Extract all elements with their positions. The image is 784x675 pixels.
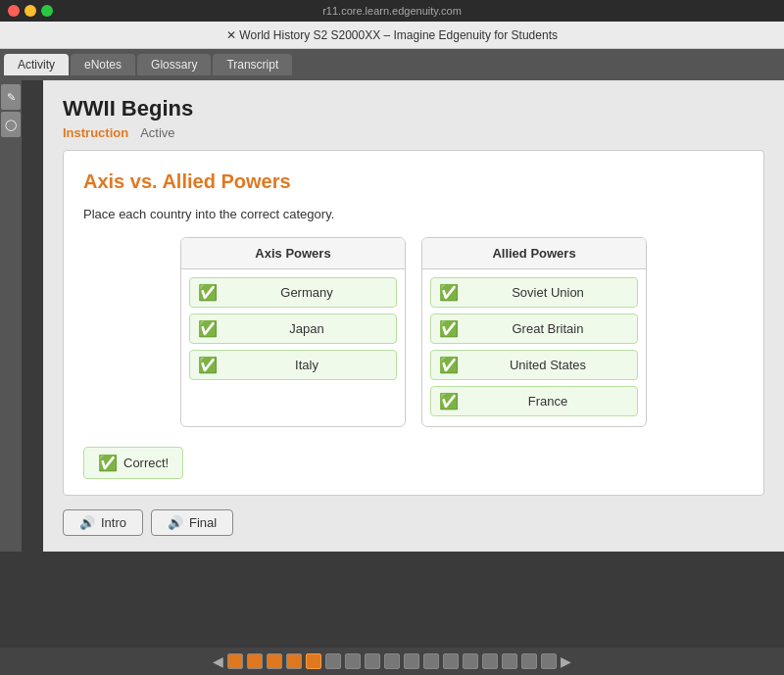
list-item[interactable]: ✅ United States [430,350,638,380]
progress-bar: ◀ ▶ [0,648,784,675]
categories-row: Axis Powers ✅ Germany ✅ Japan [83,237,744,427]
progress-dot[interactable] [423,653,439,669]
item-label: United States [466,358,629,372]
item-label: Germany [225,285,388,300]
final-label: Final [189,515,217,530]
allied-powers-header: Allied Powers [422,238,646,269]
final-button[interactable]: 🔊 Final [151,509,233,536]
minimize-button[interactable] [24,5,36,17]
check-icon: ✅ [439,319,459,338]
axis-powers-header: Axis Powers [181,238,405,269]
progress-dot[interactable] [325,653,341,669]
check-icon: ✅ [439,283,459,302]
check-icon: ✅ [198,283,218,302]
activity-heading: Axis vs. Allied Powers [83,170,744,193]
url-bar[interactable]: r11.core.learn.edgenuity.com [322,5,462,17]
progress-dot[interactable] [345,653,361,669]
list-item[interactable]: ✅ Germany [189,277,397,308]
item-label: Japan [225,321,388,336]
progress-dot[interactable] [247,653,263,669]
progress-dot[interactable] [227,653,243,669]
correct-badge: ✅ Correct! [83,447,183,479]
progress-dot[interactable] [306,653,321,669]
intro-button[interactable]: 🔊 Intro [63,509,143,536]
list-item[interactable]: ✅ Japan [189,313,397,344]
window-title: ✕ World History S2 S2000XX – Imagine Edg… [226,28,558,42]
progress-dot[interactable] [286,653,302,669]
prev-arrow[interactable]: ◀ [213,653,223,669]
maximize-button[interactable] [41,5,53,17]
progress-dot[interactable] [482,653,498,669]
active-label: Active [140,125,174,140]
window-titlebar: ✕ World History S2 S2000XX – Imagine Edg… [0,22,784,49]
lesson-title: WWII Begins [63,96,764,121]
window-controls [8,5,53,17]
item-label: France [466,394,629,409]
progress-dot[interactable] [384,653,400,669]
progress-dot[interactable] [365,653,380,669]
check-icon: ✅ [198,319,218,338]
activity-panel: Axis vs. Allied Powers Place each countr… [63,150,764,496]
progress-dot[interactable] [404,653,419,669]
tab-bar: Activity eNotes Glossary Transcript [0,49,784,80]
axis-powers-items: ✅ Germany ✅ Japan ✅ Italy [181,269,405,426]
check-icon: ✅ [439,356,459,374]
correct-check-icon: ✅ [98,454,118,472]
progress-dot[interactable] [521,653,537,669]
list-item[interactable]: ✅ Great Britain [430,313,638,344]
speaker-icon: 🔊 [168,515,183,530]
main-content: WWII Begins Instruction Active Axis vs. … [43,80,784,552]
tab-activity[interactable]: Activity [4,54,69,75]
list-item[interactable]: ✅ France [430,386,638,416]
check-icon: ✅ [439,392,459,410]
progress-dot[interactable] [463,653,478,669]
progress-dot[interactable] [502,653,517,669]
close-button[interactable] [8,5,20,17]
instruction-label: Instruction [63,125,128,140]
tab-transcript[interactable]: Transcript [213,54,292,75]
item-label: Great Britain [466,321,629,336]
check-icon: ✅ [198,356,218,374]
progress-dot[interactable] [541,653,557,669]
next-arrow[interactable]: ▶ [561,653,571,669]
bottom-buttons: 🔊 Intro 🔊 Final [63,509,764,536]
tab-enotes[interactable]: eNotes [71,54,135,75]
item-label: Soviet Union [466,285,629,300]
circle-icon[interactable]: ◯ [1,112,21,137]
lesson-meta: Instruction Active [63,125,764,140]
axis-powers-box: Axis Powers ✅ Germany ✅ Japan [180,237,406,427]
intro-label: Intro [101,515,126,530]
allied-powers-items: ✅ Soviet Union ✅ Great Britain ✅ United … [422,269,646,426]
progress-dot[interactable] [267,653,282,669]
left-sidebar: ✎ ◯ [0,80,22,552]
tab-glossary[interactable]: Glossary [137,54,211,75]
allied-powers-box: Allied Powers ✅ Soviet Union ✅ Great Bri… [421,237,647,427]
speaker-icon: 🔊 [79,515,95,530]
progress-dot[interactable] [443,653,459,669]
list-item[interactable]: ✅ Italy [189,350,397,380]
correct-label: Correct! [123,456,169,470]
item-label: Italy [225,358,388,372]
activity-instruction: Place each country into the correct cate… [83,207,744,221]
pencil-icon[interactable]: ✎ [1,84,21,110]
list-item[interactable]: ✅ Soviet Union [430,277,638,308]
system-titlebar: r11.core.learn.edgenuity.com [0,0,784,22]
